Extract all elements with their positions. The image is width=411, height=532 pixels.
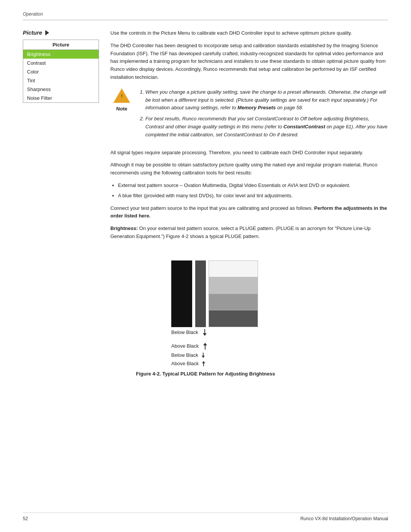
picture-heading-row: Picture — [23, 29, 99, 36]
pluge-gray2-section — [209, 294, 258, 311]
intro-para-1: Use the controls in the Picture Menu to … — [110, 29, 388, 37]
pluge-dark-bar — [195, 260, 206, 327]
svg-marker-3 — [203, 343, 207, 345]
calibration-bullets: External test pattern source – Ovation M… — [118, 182, 388, 200]
above-black-label: Above Black — [171, 343, 199, 349]
picture-heading-title: Picture — [23, 29, 42, 36]
connect-text-1: Connect your test pattern source to the … — [110, 205, 313, 211]
page-number: 52 — [23, 516, 28, 521]
manual-title: Runco VX-8d Installation/Operation Manua… — [300, 516, 388, 521]
below-black-arrow-icon — [200, 352, 207, 359]
below-black-label-row: Below Black — [171, 352, 270, 359]
menu-item-tint[interactable]: Tint — [23, 76, 99, 85]
pluge-right-panel — [209, 260, 258, 327]
note-item-2: For best results, Runco recommends that … — [145, 115, 388, 139]
above-black-text: Above Black — [171, 361, 199, 366]
triangle-inner-text: ! — [121, 94, 123, 98]
warning-triangle: ! — [113, 88, 130, 103]
pluge-black-bar — [171, 260, 192, 327]
figure-caption: Figure 4-2. Typical PLUGE Pattern for Ad… — [23, 371, 388, 377]
brightness-text: On your external test pattern source, se… — [110, 225, 371, 239]
brightness-label: Brightness: — [110, 225, 138, 231]
signal-para: All signal types require separate proces… — [110, 149, 388, 157]
picture-menu-table: Picture Brightness Contrast Color Tint S… — [23, 40, 99, 103]
brightness-para: Brightness: On your external test patter… — [110, 225, 388, 241]
left-column: Picture Picture Brightness Contrast Colo… — [23, 29, 99, 103]
bullet-item-2: A blue filter (provided with many test D… — [118, 192, 388, 200]
header-label: Operation — [23, 11, 388, 17]
below-black-text: Below Black — [171, 352, 198, 358]
below-black-label: Below Black — [171, 329, 198, 335]
svg-marker-1 — [203, 333, 207, 336]
page: Operation Picture Picture Brightness Con… — [0, 0, 411, 532]
menu-item-brightness[interactable]: Brightness — [23, 50, 99, 59]
menu-item-sharpness[interactable]: Sharpness — [23, 85, 99, 94]
above-black-arrow — [201, 342, 209, 350]
bullet-item-1: External test pattern source – Ovation M… — [118, 182, 388, 190]
svg-marker-5 — [202, 356, 205, 358]
note-label: Note — [116, 106, 127, 112]
below-black-row: Below Black — [171, 328, 209, 337]
right-column: Use the controls in the Picture Menu to … — [110, 29, 388, 245]
menu-table-header: Picture — [23, 40, 99, 50]
note-text: When you change a picture quality settin… — [139, 88, 388, 142]
intro-para-2: The DHD Controller has been designed to … — [110, 42, 388, 81]
pluge-labels: Below Black Above Black — [141, 352, 270, 367]
note-item-1: When you change a picture quality settin… — [145, 88, 388, 112]
pluge-gray1-section — [209, 277, 258, 294]
connect-para: Connect your test pattern source to the … — [110, 204, 388, 220]
menu-item-contrast[interactable]: Contrast — [23, 59, 99, 67]
footer: 52 Runco VX-8d Installation/Operation Ma… — [23, 513, 388, 521]
menu-item-noise-filter[interactable]: Noise Filter — [23, 94, 99, 103]
top-divider — [23, 20, 388, 20]
above-black-arrow-icon — [200, 360, 207, 367]
above-black-row: Above Black — [171, 342, 209, 350]
note-icon-container: ! Note — [110, 88, 133, 112]
svg-marker-7 — [202, 361, 205, 363]
above-black-label-row: Above Black — [171, 360, 270, 367]
menu-item-color[interactable]: Color — [23, 67, 99, 76]
pluge-white-section — [209, 261, 258, 278]
pluge-dark-section — [209, 310, 258, 327]
main-content: Picture Picture Brightness Contrast Colo… — [23, 29, 388, 245]
pluge-diagram-container: Below Black Above Black — [141, 253, 270, 337]
pluge-figure: Below Black Above Black Below Black — [23, 253, 388, 367]
below-black-arrow — [201, 328, 209, 337]
calibration-intro: Although it may be possible to obtain sa… — [110, 161, 388, 177]
note-section: ! Note When you change a picture quality… — [110, 88, 388, 142]
picture-heading-arrow — [45, 30, 49, 35]
